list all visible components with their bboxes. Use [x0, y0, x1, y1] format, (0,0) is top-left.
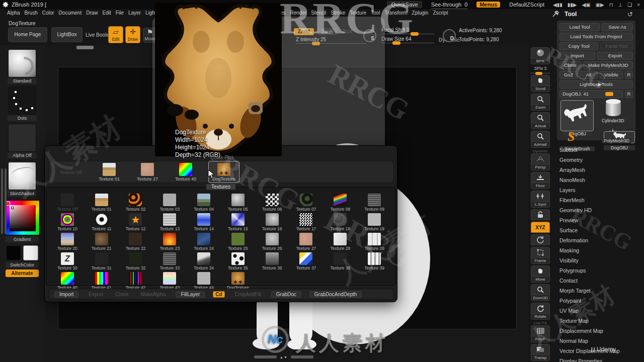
focal-shift-slider[interactable]: Focal Shift 0 — [381, 27, 434, 34]
hue-square[interactable] — [5, 200, 40, 235]
home-page-button[interactable]: Home Page — [8, 27, 47, 42]
section-morph-target[interactable]: Morph Target — [556, 286, 636, 296]
grid-texture-texture-36[interactable]: Texture 36 — [255, 252, 289, 270]
strip-xyz[interactable]: XYZ — [529, 222, 551, 233]
grid-texture-texture-33[interactable]: Texture 33 — [152, 252, 187, 270]
grid-texture-texture-25[interactable]: Texture 25 — [221, 233, 255, 251]
section-arraymesh[interactable]: ArrayMesh — [556, 165, 636, 175]
section-preview[interactable]: Preview — [556, 215, 636, 225]
tray-toggle-arrows[interactable]: ▲▼ — [280, 355, 288, 359]
lightbox-tools-button[interactable]: Lightbox▶Tools — [559, 80, 633, 88]
tool-palette-title[interactable]: Tool — [565, 11, 577, 18]
grid-texture-texture-44[interactable]: Texture 44 — [187, 272, 221, 290]
grid-texture-texture-35[interactable]: Texture 35 — [221, 252, 255, 270]
grid-texture-texture-32[interactable]: Texture 32 — [119, 252, 153, 270]
grid-texture-texture-42[interactable]: Texture 42 — [119, 272, 153, 290]
paste-doc-icon[interactable]: ▣▶ — [596, 2, 604, 8]
strip-zoom3d[interactable]: Zoom3D — [529, 284, 551, 301]
grid-texture-texture-13[interactable]: Texture 13 — [152, 213, 187, 231]
stroke-thumb-dots[interactable] — [8, 86, 36, 115]
current-alpha[interactable]: Alpha Off — [8, 124, 37, 158]
grid-texture-dogtexture[interactable]: DogTexture — [221, 272, 255, 290]
quickpick-texture-40[interactable]: Texture 40 — [170, 163, 201, 182]
section-polypaint[interactable]: Polypaint — [556, 296, 636, 306]
section-deformation[interactable]: Deformation — [556, 235, 636, 245]
strip-transp[interactable]: Transp — [529, 344, 551, 361]
menu-alpha[interactable]: Alpha — [7, 10, 20, 18]
action-filllayer[interactable]: FillLayer — [176, 291, 205, 298]
grid-texture-texture-14[interactable]: Texture 14 — [187, 213, 221, 231]
grid-texture-texture-22[interactable]: Texture 22 — [119, 233, 153, 251]
section-texture-map[interactable]: Texture Map — [556, 316, 636, 326]
grid-texture-texture-01[interactable]: Texture 01 — [85, 194, 119, 212]
draw-mode-button[interactable]: ✛Draw — [125, 26, 140, 43]
canvas-vscrollbar[interactable] — [1, 168, 3, 234]
default-zscript-button[interactable]: DefaultZScript — [509, 2, 544, 8]
menu-layer[interactable]: Layer — [128, 10, 141, 18]
current-stroke[interactable]: Dots — [8, 86, 37, 121]
lock-icon[interactable]: ⊓ — [609, 2, 613, 8]
grid-texture-texture-43[interactable]: Texture 43 — [152, 272, 187, 290]
grid-texture-texture-29[interactable]: Texture 29 — [357, 233, 391, 251]
depth-badge[interactable]: D — [443, 29, 456, 42]
strip-move[interactable]: Move — [529, 265, 551, 283]
section-geometry-hd[interactable]: Geometry HD — [556, 205, 636, 215]
grid-texture-texture-34[interactable]: Texture 34 — [187, 252, 221, 270]
grid-texture-texture-38[interactable]: Texture 38 — [323, 252, 357, 270]
action-grabdocanddepth[interactable]: GrabDocAndDepth — [309, 291, 362, 298]
action-makealpha[interactable]: MakeAlpha — [138, 292, 168, 297]
current-material[interactable]: SkinShade4 — [8, 162, 37, 197]
section-polygroups[interactable]: Polygroups — [556, 265, 636, 276]
make-polymesh3d-button[interactable]: Make PolyMesh3D — [583, 61, 633, 69]
section-contact[interactable]: Contact — [556, 276, 636, 286]
section-layers[interactable]: Layers — [556, 185, 636, 195]
strip-polyf[interactable]: Line FillPolyF — [529, 321, 551, 342]
grid-texture-texture-28[interactable]: Texture 28 — [323, 233, 357, 251]
grid-texture-texture-40[interactable]: Texture 40 — [50, 272, 85, 290]
strip-persp[interactable]: DynamicPersp — [529, 149, 551, 170]
strip-spix-3[interactable]: SPix 3 — [529, 66, 551, 73]
grid-texture-texture-06[interactable]: Texture 06 — [255, 194, 289, 212]
menu-document[interactable]: Document — [59, 10, 82, 18]
current-brush[interactable]: Standard — [8, 49, 37, 84]
grid-texture-texture-03[interactable]: Texture 03 — [152, 194, 187, 212]
grid-texture-texture-04[interactable]: Texture 04 — [187, 194, 221, 212]
grid-texture-texture-16[interactable]: Texture 16 — [255, 213, 289, 231]
goz-r-button[interactable]: R — [625, 71, 633, 79]
palette-reset-icon[interactable]: ↺ — [627, 11, 633, 18]
grid-texture-texture-37[interactable]: Texture 37 — [289, 252, 324, 270]
grid-texture-texture-12[interactable]: Texture 12 — [119, 213, 153, 231]
section-display-properties[interactable]: Display Properties — [556, 356, 636, 362]
grid-texture-texture-07[interactable]: Texture 07 — [289, 194, 324, 212]
alpha-thumb-off[interactable] — [8, 124, 36, 152]
strip-bpr[interactable]: BPR — [529, 47, 551, 64]
grid-texture-texture-31[interactable]: Texture 31 — [85, 252, 119, 270]
see-through-slider[interactable]: See-through 0 — [431, 2, 468, 8]
redo-history-icon[interactable]: ▮▮▶ — [568, 2, 577, 8]
close-window-icon[interactable]: × — [637, 2, 640, 8]
quicksave-button[interactable]: QuickSave — [387, 1, 422, 8]
strip-aahalf[interactable]: AAHalf — [529, 131, 551, 148]
strip-lock[interactable] — [529, 209, 551, 220]
menu-zplugin[interactable]: Zplugin — [412, 10, 429, 18]
restore-window-icon[interactable]: ❏ — [627, 2, 632, 8]
grid-texture-texture-39[interactable]: Texture 39 — [357, 252, 391, 270]
menu-edit[interactable]: Edit — [103, 10, 111, 18]
goz-button[interactable]: GoZ — [559, 71, 578, 79]
brush-thumb-standard[interactable] — [8, 49, 36, 77]
section-nanomesh[interactable]: NanoMesh — [556, 175, 636, 185]
copy-doc-icon[interactable]: ◀▣ — [582, 2, 590, 8]
section-masking[interactable]: Masking — [556, 245, 636, 255]
tool-slot-slider[interactable]: DogOBJ. 41 — [559, 90, 623, 98]
strip-scroll[interactable]: Scroll — [529, 75, 551, 92]
grid-texture-texture-23[interactable]: Texture 23 — [152, 233, 187, 251]
draw-size-slider[interactable]: Draw Size 64 — [381, 36, 434, 43]
grid-texture-texture-41[interactable]: Texture 41 — [85, 272, 119, 290]
lightbox-button[interactable]: LightBox — [51, 27, 83, 42]
strip-orbit[interactable] — [529, 234, 551, 245]
action-export[interactable]: Export — [87, 292, 105, 297]
menu-file[interactable]: File — [116, 10, 124, 18]
bottom-tray-divider[interactable]: ▲▼ — [254, 354, 330, 359]
tool-slot-r-button[interactable]: R — [625, 90, 633, 98]
action-import[interactable]: Import — [54, 291, 78, 298]
